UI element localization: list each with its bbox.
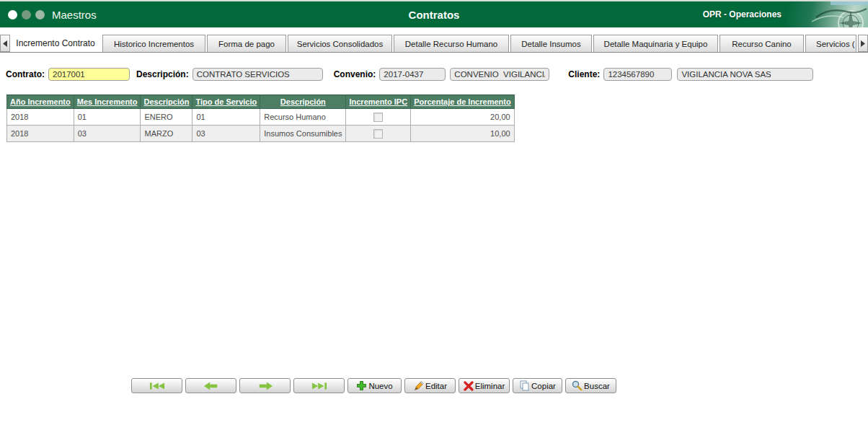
ipc-checkbox xyxy=(373,113,383,122)
titlebar: Maestros Contratos OPR - Operaciones xyxy=(0,1,868,27)
convenio-name-input[interactable] xyxy=(450,68,549,81)
tab-forma-de-pago[interactable]: Forma de pago xyxy=(207,35,286,52)
copy-icon xyxy=(519,380,530,391)
contrato-label: Contrato: xyxy=(6,69,45,79)
tabstrip: Incremento Contrato Historico Incremento… xyxy=(0,35,868,53)
tab-incremento-contrato[interactable]: Incremento Contrato xyxy=(10,35,101,52)
cliente-code-input[interactable] xyxy=(603,68,672,81)
tab-scroll-right-button[interactable] xyxy=(858,35,868,52)
contract-form: Contrato: Descripción: Convenio: Cliente… xyxy=(6,68,813,81)
tab-recurso-canino[interactable]: Recurso Canino xyxy=(719,35,804,52)
descripcion-label: Descripción: xyxy=(136,69,189,79)
next-record-icon xyxy=(257,382,273,390)
col-tipo-de-servicio[interactable]: Tipo de Servicio xyxy=(192,95,260,109)
tab-scroll-left-button[interactable] xyxy=(0,35,10,52)
tab-detalle-recurso-humano[interactable]: Detalle Recurso Humano xyxy=(394,35,509,52)
editar-button[interactable]: Editar xyxy=(404,378,456,393)
previous-record-icon xyxy=(203,382,219,390)
previous-record-button[interactable] xyxy=(185,378,236,393)
last-record-icon xyxy=(311,382,327,390)
tab-detalle-insumos[interactable]: Detalle Insumos xyxy=(510,35,592,52)
table-header-row: Año Incremento Mes Incremento Descripció… xyxy=(7,95,515,109)
contrato-input[interactable] xyxy=(48,68,130,81)
buscar-button[interactable]: Buscar xyxy=(565,378,616,393)
tab-servicios-clipped[interactable]: Servicios ( xyxy=(805,35,856,52)
col-anio-incremento[interactable]: Año Incremento xyxy=(7,95,74,109)
tab-historico-incrementos[interactable]: Historico Incrementos xyxy=(102,35,205,52)
col-mes-incremento[interactable]: Mes Incremento xyxy=(74,95,141,109)
col-descripcion-servicio[interactable]: Descripción xyxy=(260,95,346,109)
user-area-label: OPR - Operaciones xyxy=(703,9,781,19)
cliente-name-input[interactable] xyxy=(677,68,813,81)
plus-icon xyxy=(356,380,367,391)
record-toolbar: Nuevo Editar Eliminar Copiar Buscar xyxy=(131,378,616,393)
search-icon xyxy=(572,380,583,391)
tab-detalle-maquinaria-y-equipo[interactable]: Detalle Maquinaria y Equipo xyxy=(593,35,718,52)
tab-servicios-consolidados[interactable]: Servicios Consolidados xyxy=(288,35,392,52)
nuevo-button[interactable]: Nuevo xyxy=(347,378,402,393)
pencil-icon xyxy=(413,380,424,391)
copiar-button[interactable]: Copiar xyxy=(513,378,562,393)
delete-x-icon xyxy=(464,381,474,391)
last-record-button[interactable] xyxy=(293,378,345,393)
table-row[interactable]: 2018 01 ENERO 01 Recurso Humano 20,00 xyxy=(7,109,515,126)
cliente-label: Cliente: xyxy=(568,69,600,79)
col-porcentaje-de-incremento[interactable]: Porcentaje de Incremento xyxy=(411,95,515,109)
descripcion-input[interactable] xyxy=(192,68,323,81)
compass-map-image xyxy=(787,1,868,27)
col-descripcion-mes[interactable]: Descripción xyxy=(141,95,192,109)
incrementos-table: Año Incremento Mes Incremento Descripció… xyxy=(6,95,515,142)
first-record-icon xyxy=(149,382,165,390)
eliminar-button[interactable]: Eliminar xyxy=(459,378,510,393)
convenio-label: Convenio: xyxy=(334,69,376,79)
ipc-checkbox xyxy=(373,129,383,139)
chevron-left-icon xyxy=(3,40,7,47)
col-incremento-ipc[interactable]: Incremento IPC xyxy=(346,95,411,109)
chevron-right-icon xyxy=(861,40,865,47)
convenio-code-input[interactable] xyxy=(379,68,446,81)
table-row[interactable]: 2018 03 MARZO 03 Insumos Consumibles 10,… xyxy=(7,126,515,142)
first-record-button[interactable] xyxy=(131,378,182,393)
next-record-button[interactable] xyxy=(239,378,291,393)
